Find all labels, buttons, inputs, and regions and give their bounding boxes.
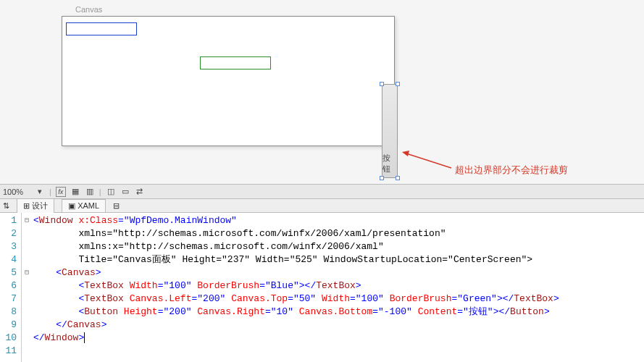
separator: |: [99, 188, 101, 196]
annotation-arrow-icon: [402, 149, 453, 169]
separator: |: [49, 188, 51, 196]
snap-icon[interactable]: ◫: [106, 187, 116, 197]
swap-panes-icon[interactable]: ⇅: [3, 201, 9, 211]
line-gutter: 1234567891011: [0, 213, 22, 362]
zoom-level[interactable]: 100%: [3, 188, 30, 196]
tab-design-label: 设计: [32, 201, 48, 210]
tab-xaml-label: XAML: [78, 201, 99, 210]
grid2-icon[interactable]: ▥: [85, 187, 95, 197]
fx-icon[interactable]: fx: [56, 187, 66, 197]
grid-icon[interactable]: ▦: [70, 187, 80, 197]
code-editor[interactable]: 1234567891011 ⊟ ⊟ <Window x:Class="WpfDe…: [0, 213, 644, 362]
textbox-blue[interactable]: [66, 22, 137, 35]
canvas-label: Canvas: [75, 5, 102, 14]
tab-design[interactable]: ⊞ 设计: [17, 198, 54, 213]
overflow-button[interactable]: 按钮: [382, 84, 398, 178]
svg-marker-1: [402, 151, 409, 156]
collapse-icon[interactable]: ⊟: [113, 201, 120, 211]
textbox-green[interactable]: [200, 56, 271, 70]
arrows-icon[interactable]: ⇄: [135, 187, 145, 197]
designer-surface[interactable]: Canvas 按钮 超出边界部分不会进行裁剪: [0, 0, 644, 184]
resize-handle-icon[interactable]: [380, 82, 384, 86]
resize-handle-icon[interactable]: [380, 176, 384, 180]
tab-xaml[interactable]: ▣ XAML: [62, 199, 106, 212]
designer-toolbar: 100% ▾ | fx ▦ ▥ | ◫ ▭ ⇄: [0, 184, 644, 198]
resize-handle-icon[interactable]: [396, 176, 400, 180]
chevron-down-icon[interactable]: ▾: [35, 187, 45, 197]
resize-handle-icon[interactable]: [396, 82, 400, 86]
code-content[interactable]: <Window x:Class="WpfDemo.MainWindow" xml…: [32, 213, 644, 362]
button-content: 按钮: [382, 153, 397, 174]
svg-line-0: [406, 153, 451, 168]
annotation-text: 超出边界部分不会进行裁剪: [455, 164, 568, 177]
snap2-icon[interactable]: ▭: [120, 187, 130, 197]
fold-gutter[interactable]: ⊟ ⊟: [22, 213, 32, 362]
split-tab-row: ⇅ ⊞ 设计 ▣ XAML ⊟: [0, 198, 644, 213]
design-window[interactable]: [62, 16, 395, 146]
